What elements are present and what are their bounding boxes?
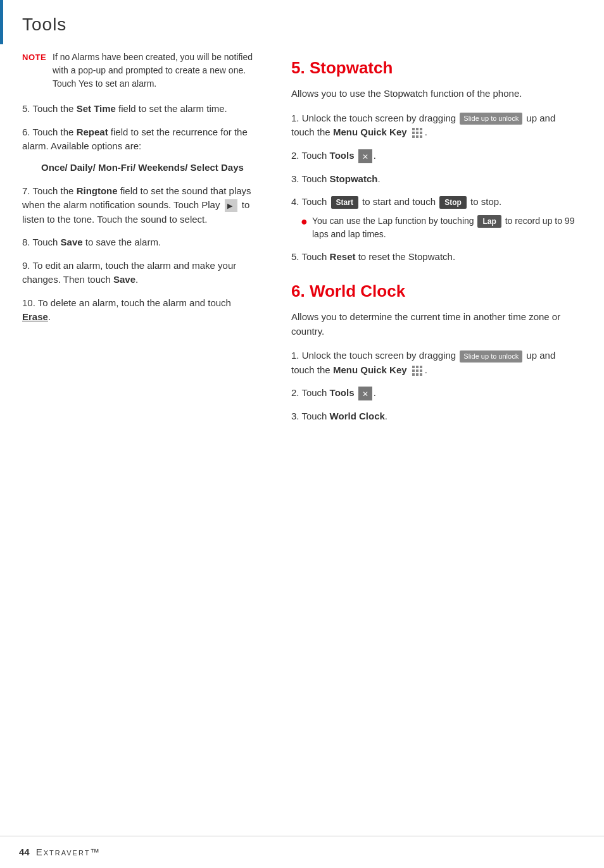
bullet-dot: ● — [301, 213, 312, 230]
svg-rect-2 — [420, 128, 422, 130]
item-5-num: 5. Touch the — [22, 103, 77, 114]
svg-rect-18 — [416, 373, 418, 376]
left-column: NOTE If no Alarms have been created, you… — [6, 51, 272, 836]
stopwatch-desc: Allows you to use the Stopwatch function… — [291, 87, 579, 101]
note-block: NOTE If no Alarms have been created, you… — [22, 51, 260, 90]
world-clock-desc: Allows you to determine the current time… — [291, 310, 579, 338]
item-6-bold: Repeat — [77, 127, 108, 137]
item-10-text2: . — [48, 311, 51, 322]
item-7-text1: 7. Touch the — [22, 185, 77, 196]
lap-badge: Lap — [477, 215, 501, 228]
stopwatch-heading: 5. Stopwatch — [291, 56, 579, 80]
svg-rect-5 — [420, 132, 422, 134]
menu-quick-key-icon-wc — [411, 364, 424, 377]
svg-rect-11 — [412, 366, 415, 368]
stopwatch-section: 5. Stopwatch Allows you to use the Stopw… — [291, 56, 579, 264]
sw-3-bold: Stopwatch — [330, 173, 378, 184]
sw-item-2: 2. Touch Tools ✕ . — [291, 149, 579, 163]
wc-2-period: . — [374, 387, 376, 398]
sw-4-text1: 4. Touch — [291, 196, 330, 207]
item-10-bold: Erase — [22, 311, 48, 322]
list-item-7: 7. Touch the Ringtone field to set the s… — [22, 184, 260, 227]
tools-icon-sw: ✕ — [358, 149, 372, 163]
item-5-bold: Set Time — [77, 103, 116, 114]
wc-3-bold: World Clock — [330, 411, 385, 421]
sw-item-3: 3. Touch Stopwatch. — [291, 172, 579, 187]
sw-2-period: . — [374, 150, 376, 161]
page-footer: 44 Extravert™ — [0, 836, 604, 869]
sw-1-text1: 1. Unlock the touch screen by dragging — [291, 113, 458, 123]
slide-up-badge-wc: Slide up to unlock — [460, 350, 522, 363]
sw-1-bold: Menu Quick Key — [333, 127, 410, 137]
list-item-5: 5. Touch the Set Time field to set the a… — [22, 102, 260, 116]
wc-item-3: 3. Touch World Clock. — [291, 409, 579, 424]
svg-rect-6 — [412, 135, 415, 138]
footer-page-number: 44 — [19, 845, 30, 860]
sw-5-text2: to reset the Stopwatch. — [355, 251, 455, 262]
wc-2-text1: 2. Touch — [291, 387, 330, 398]
item-7-bold: Ringtone — [77, 185, 118, 196]
list-item-9: 9. To edit an alarm, touch the alarm and… — [22, 259, 260, 287]
footer-brand: Extravert™ — [36, 845, 101, 860]
sw-5-bold: Reset — [330, 251, 356, 262]
stop-badge: Stop — [439, 196, 467, 209]
page: Tools NOTE If no Alarms have been create… — [0, 0, 604, 868]
svg-rect-19 — [420, 373, 422, 376]
svg-rect-4 — [416, 132, 418, 134]
page-title: Tools — [22, 15, 66, 34]
svg-rect-16 — [420, 369, 422, 372]
list-item-6: 6. Touch the Repeat field to set the rec… — [22, 125, 260, 175]
note-text: If no Alarms have been created, you will… — [53, 51, 260, 90]
svg-rect-12 — [416, 366, 418, 368]
sw-2-bold: Tools — [330, 150, 357, 161]
world-clock-heading: 6. World Clock — [291, 279, 579, 304]
svg-text:✕: ✕ — [362, 390, 368, 399]
svg-rect-15 — [416, 369, 418, 372]
wc-3-text2: . — [385, 411, 387, 421]
page-header: Tools — [0, 0, 604, 44]
sw-item-5: 5. Touch Reset to reset the Stopwatch. — [291, 250, 579, 264]
repeat-options: Once/ Daily/ Mon-Fri/ Weekends/ Select D… — [41, 162, 244, 173]
sw-4-text2: to start and touch — [360, 196, 438, 207]
list-item-8: 8. Touch Save to save the alarm. — [22, 235, 260, 250]
sw-1-period: . — [425, 127, 427, 137]
repeat-options-block: Once/ Daily/ Mon-Fri/ Weekends/ Select D… — [41, 160, 260, 175]
wc-2-bold: Tools — [330, 387, 357, 398]
slide-up-badge-sw: Slide up to unlock — [460, 113, 522, 125]
lap-bullet: ● You can use the Lap function by touchi… — [301, 214, 579, 241]
item-8-bold: Save — [61, 237, 83, 247]
sw-item-1: 1. Unlock the touch screen by dragging S… — [291, 111, 579, 140]
wc-1-text1: 1. Unlock the touch screen by dragging — [291, 350, 458, 361]
lap-bullet-text: You can use the Lap function by touching… — [312, 214, 579, 241]
wc-3-text1: 3. Touch — [291, 411, 330, 421]
wc-item-1: 1. Unlock the touch screen by dragging S… — [291, 349, 579, 377]
svg-rect-8 — [420, 135, 422, 138]
sw-2-text1: 2. Touch — [291, 150, 330, 161]
wc-1-period: . — [425, 364, 427, 375]
sw-4-text3: to stop. — [468, 196, 501, 207]
item-9-bold: Save — [113, 274, 135, 285]
list-item-10: 10. To delete an alarm, touch the alarm … — [22, 296, 260, 325]
menu-quick-key-icon-sw — [411, 127, 424, 139]
note-label: NOTE — [22, 51, 53, 64]
sw-3-text2: . — [377, 173, 380, 184]
world-clock-section: 6. World Clock Allows you to determine t… — [291, 279, 579, 424]
wc-1-bold: Menu Quick Key — [333, 364, 410, 375]
item-5-text: field to set the alarm time. — [116, 103, 227, 114]
svg-rect-17 — [412, 373, 415, 376]
wc-item-2: 2. Touch Tools ✕ . — [291, 386, 579, 400]
svg-rect-14 — [412, 369, 415, 372]
tools-icon-wc: ✕ — [358, 387, 372, 400]
sw-item-4: 4. Touch Start to start and touch Stop t… — [291, 195, 579, 241]
svg-rect-3 — [412, 132, 415, 134]
item-9-text2: . — [135, 274, 138, 285]
item-8-text2: to save the alarm. — [83, 237, 161, 247]
item-8-text1: 8. Touch — [22, 237, 61, 247]
svg-text:✕: ✕ — [362, 152, 368, 161]
item-6-num: 6. Touch the — [22, 127, 77, 137]
sw-5-text1: 5. Touch — [291, 251, 330, 262]
svg-rect-7 — [416, 135, 418, 138]
right-column: 5. Stopwatch Allows you to use the Stopw… — [272, 51, 591, 836]
item-10-text1: 10. To delete an alarm, touch the alarm … — [22, 297, 231, 308]
start-badge: Start — [331, 196, 358, 209]
